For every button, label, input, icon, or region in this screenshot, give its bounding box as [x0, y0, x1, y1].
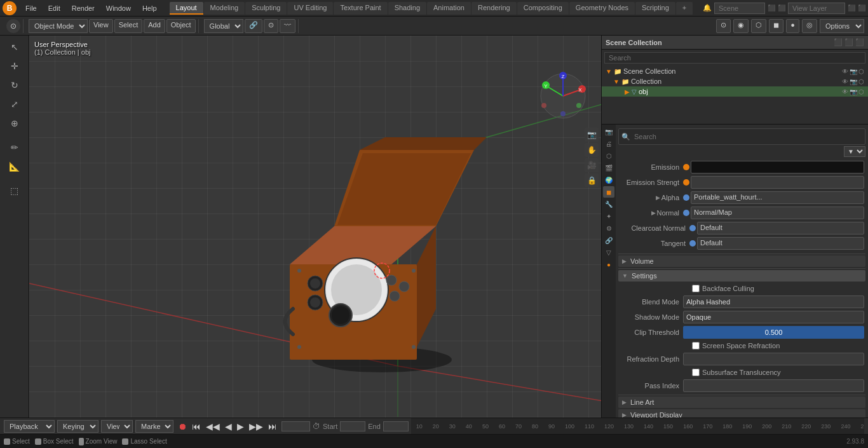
normal-field[interactable]: Normal/Map — [691, 207, 864, 219]
menu-render[interactable]: Render — [67, 3, 100, 13]
tool-transform[interactable]: ⊕ — [3, 114, 26, 132]
props-view-layer-icon[interactable]: ⬡ — [603, 150, 614, 161]
props-particles-icon[interactable]: ✦ — [603, 210, 614, 222]
workspace-animation[interactable]: Animation — [427, 2, 471, 15]
subsurface-translucency-checkbox[interactable] — [692, 369, 700, 376]
record-btn[interactable]: ⏺ — [176, 420, 189, 433]
viewport-shading-3[interactable]: ● — [786, 19, 799, 33]
backface-culling-label[interactable]: Backface Culling — [692, 285, 754, 292]
select-icon2[interactable]: ⬡ — [858, 78, 864, 85]
shading-btn[interactable]: ◉ — [733, 19, 749, 33]
viewport-display-section-header[interactable]: ▶ Viewport Display — [618, 409, 865, 417]
obj-render-icon[interactable]: 📷 — [850, 88, 857, 95]
render-icon2[interactable]: 📷 — [850, 78, 857, 85]
tool-scale[interactable]: ⤢ — [3, 95, 26, 113]
menu-help[interactable]: Help — [137, 3, 162, 13]
marker-menu[interactable]: Marker — [135, 420, 173, 433]
lock-btn[interactable]: 🔒 — [585, 173, 599, 187]
props-constraints-icon[interactable]: 🔗 — [603, 234, 614, 246]
props-search-input[interactable] — [630, 130, 862, 144]
workspace-shading[interactable]: Shading — [388, 2, 426, 15]
workspace-modeling[interactable]: Modeling — [204, 2, 245, 15]
props-scene-icon[interactable]: 🎬 — [603, 162, 614, 173]
menu-file[interactable]: File — [20, 3, 42, 13]
screen-space-refraction-label[interactable]: Screen Space Refraction — [692, 342, 780, 350]
menu-window[interactable]: Window — [101, 3, 136, 13]
viewport-shading-4[interactable]: ◎ — [802, 19, 817, 33]
workspace-geometry-nodes[interactable]: Geometry Nodes — [569, 2, 635, 15]
props-render-icon[interactable]: 📷 — [603, 126, 614, 137]
outliner-search[interactable] — [604, 52, 865, 64]
prev-frame-btn[interactable]: ◀◀ — [204, 420, 222, 433]
obj-visibility-icon[interactable]: 👁 — [842, 88, 848, 95]
navigation-gizmo[interactable]: X Y Z — [538, 71, 588, 123]
props-material-icon[interactable]: ● — [603, 259, 614, 270]
next-frame-btn[interactable]: ▶▶ — [247, 420, 265, 433]
outliner-scene-collection[interactable]: ▼ 📁 Scene Collection 👁 📷 ⬡ — [602, 66, 868, 76]
refraction-depth-field[interactable]: 0 m — [683, 353, 864, 365]
outliner-collection[interactable]: ▼ 📁 Collection 👁 📷 ⬡ — [602, 76, 868, 86]
zoom-camera-btn[interactable]: 🎥 — [585, 158, 599, 172]
tool-add-cube[interactable]: ⬚ — [3, 182, 26, 200]
obj-select-icon[interactable]: ⬡ — [858, 88, 864, 95]
tool-annotate[interactable]: ✏ — [3, 139, 26, 156]
select-menu[interactable]: Select — [114, 19, 143, 33]
props-modifier-icon[interactable]: 🔧 — [603, 198, 614, 210]
curve-btn[interactable]: 〰 — [280, 19, 295, 33]
subsurface-translucency-label[interactable]: Subsurface Translucency — [692, 369, 781, 376]
pass-index-field[interactable]: 0 — [683, 379, 864, 392]
alpha-expand-arrow[interactable]: ▶ — [656, 194, 660, 201]
workspace-sculpting[interactable]: Sculpting — [245, 2, 287, 15]
outliner-close-icon[interactable]: ⬛ — [855, 38, 864, 46]
tool-measure[interactable]: 📐 — [3, 158, 26, 175]
play-btn[interactable]: ▶ — [235, 420, 246, 433]
viewport-3d[interactable]: User Perspective (1) Collection | obj X … — [29, 36, 601, 417]
emission-color-field[interactable] — [691, 161, 864, 173]
workspace-rendering[interactable]: Rendering — [471, 2, 517, 15]
tool-rotate[interactable]: ↻ — [3, 76, 26, 94]
workspace-add[interactable]: + — [676, 2, 693, 15]
render-icon[interactable]: 📷 — [850, 68, 857, 75]
clearcoat-field[interactable]: Default — [697, 222, 864, 234]
timeline-view-menu[interactable]: View — [101, 420, 133, 433]
line-art-section-header[interactable]: ▶ Line Art — [618, 397, 865, 408]
jump-start-btn[interactable]: ⏮ — [190, 420, 203, 433]
menu-edit[interactable]: Edit — [43, 3, 65, 13]
current-frame-input[interactable]: 1 — [281, 421, 310, 431]
camera-btn[interactable]: 📷 — [585, 128, 599, 142]
tangent-field[interactable]: Default — [697, 237, 864, 250]
visibility-icon2[interactable]: 👁 — [842, 78, 848, 85]
props-object-icon[interactable]: ◼ — [603, 186, 614, 198]
end-frame-input[interactable]: 250 — [383, 421, 409, 431]
snap-btn[interactable]: 🔗 — [245, 19, 262, 33]
outliner-obj[interactable]: ▶ ▽ obj 👁 📷 ⬡ — [602, 86, 868, 97]
backface-culling-checkbox[interactable] — [692, 285, 700, 292]
workspace-compositing[interactable]: Compositing — [517, 2, 569, 15]
scene-selector[interactable] — [714, 3, 765, 14]
overlay-btn[interactable]: ⊙ — [716, 19, 731, 33]
settings-section-header[interactable]: ▼ Settings — [618, 270, 865, 282]
options-selector[interactable]: Options — [820, 19, 864, 33]
props-expand-select[interactable]: ▼ — [844, 146, 865, 157]
clip-threshold-slider[interactable]: 0.500 — [683, 326, 864, 339]
props-output-icon[interactable]: 🖨 — [603, 138, 614, 149]
visibility-icon[interactable]: 👁 — [842, 68, 848, 75]
viewport-shading-1[interactable]: ⬡ — [751, 19, 766, 33]
jump-end-btn[interactable]: ⏭ — [266, 420, 279, 433]
object-menu[interactable]: Object — [166, 19, 196, 33]
viewport-shading-2[interactable]: ◼ — [769, 19, 783, 33]
proportional-btn[interactable]: ⊙ — [264, 19, 278, 33]
props-data-icon[interactable]: ▽ — [603, 247, 614, 258]
screen-space-refraction-checkbox[interactable] — [692, 342, 700, 350]
tool-cursor[interactable]: ↖ — [3, 38, 26, 56]
workspace-layout[interactable]: Layout — [170, 2, 203, 15]
add-menu[interactable]: Add — [144, 19, 165, 33]
volume-section-header[interactable]: ▶ Volume — [618, 255, 865, 267]
select-icon[interactable]: ⬡ — [858, 68, 864, 75]
normal-expand-arrow[interactable]: ▶ — [651, 210, 656, 216]
blend-mode-dropdown[interactable]: Alpha Hashed Opaque Alpha Clip Alpha Ble… — [683, 295, 864, 308]
props-world-icon[interactable]: 🌍 — [603, 174, 614, 186]
playback-menu[interactable]: Playback — [4, 420, 55, 433]
alpha-field[interactable]: Portable_watt_hourt... — [691, 191, 864, 204]
start-frame-input[interactable]: 1 — [340, 421, 365, 431]
